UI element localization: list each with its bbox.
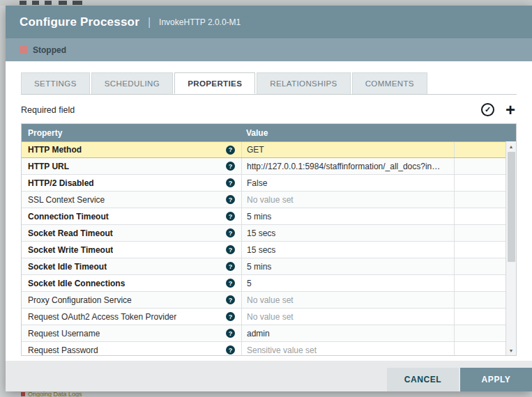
verify-properties-icon[interactable]: ✓ bbox=[481, 103, 494, 116]
scroll-down-icon[interactable]: ▼ bbox=[506, 345, 516, 355]
dialog-footer: CANCEL APPLY bbox=[6, 361, 532, 391]
help-icon[interactable]: ? bbox=[226, 195, 235, 204]
property-cell: Request Username ? bbox=[22, 325, 241, 341]
value-cell[interactable]: GET bbox=[241, 142, 454, 157]
property-cell: SSL Context Service ? bbox=[22, 192, 241, 208]
table-row[interactable]: Socket Read Timeout ? 15 secs bbox=[22, 225, 516, 242]
property-value: admin bbox=[247, 329, 270, 338]
help-icon[interactable]: ? bbox=[226, 345, 235, 355]
value-cell[interactable]: http://127.0.0.1:5984/staffinformation/_… bbox=[241, 158, 454, 174]
value-cell[interactable]: 5 mins bbox=[241, 258, 454, 274]
properties-table: Property Value HTTP Method ? GET HTTP UR… bbox=[21, 123, 517, 356]
value-cell[interactable]: 5 mins bbox=[241, 208, 454, 224]
property-value: 5 mins bbox=[247, 262, 271, 272]
table-row[interactable]: Socket Idle Timeout ? 5 mins bbox=[22, 258, 516, 275]
tab-properties[interactable]: PROPERTIES bbox=[174, 72, 255, 94]
property-name: Request Username bbox=[28, 329, 100, 338]
property-value: False bbox=[247, 178, 267, 188]
property-cell: Request Password ? bbox=[22, 342, 241, 355]
property-cell: Request OAuth2 Access Token Provider ? bbox=[22, 309, 241, 325]
add-property-icon[interactable]: + bbox=[506, 103, 515, 116]
property-name: Request OAuth2 Access Token Provider bbox=[28, 312, 176, 322]
cancel-button[interactable]: CANCEL bbox=[387, 368, 459, 391]
help-icon[interactable]: ? bbox=[226, 262, 235, 271]
tab-settings[interactable]: SETTINGS bbox=[21, 72, 90, 94]
property-cell: Socket Idle Timeout ? bbox=[22, 258, 241, 274]
property-value: No value set bbox=[247, 295, 294, 305]
value-cell[interactable]: admin bbox=[241, 325, 454, 341]
title-separator: | bbox=[148, 16, 151, 29]
scroll-up-icon[interactable]: ▲ bbox=[506, 141, 516, 151]
help-icon[interactable]: ? bbox=[226, 228, 235, 238]
property-value: No value set bbox=[247, 312, 294, 322]
help-icon[interactable]: ? bbox=[226, 295, 235, 304]
dialog-body: SETTINGSSCHEDULINGPROPERTIESRELATIONSHIP… bbox=[6, 61, 532, 361]
dialog-header: Configure Processor | InvokeHTTP 2.0.0-M… bbox=[6, 6, 532, 38]
help-icon[interactable]: ? bbox=[226, 212, 235, 221]
property-value: http://127.0.0.1:5984/staffinformation/_… bbox=[247, 162, 440, 171]
help-icon[interactable]: ? bbox=[226, 312, 235, 321]
property-name: HTTP/2 Disabled bbox=[28, 178, 94, 188]
value-cell[interactable]: No value set bbox=[241, 309, 454, 325]
table-row[interactable]: HTTP Method ? GET bbox=[22, 141, 516, 158]
tab-relationships[interactable]: RELATIONSHIPS bbox=[257, 72, 350, 94]
table-row[interactable]: Socket Idle Connections ? 5 bbox=[22, 275, 516, 292]
background-toolbar-icon bbox=[59, 1, 67, 5]
table-row[interactable]: Request Password ? Sensitive value set bbox=[22, 342, 516, 355]
property-cell: HTTP/2 Disabled ? bbox=[22, 175, 241, 191]
background-toolbar-icon bbox=[32, 1, 39, 5]
status-bar: Stopped bbox=[6, 38, 532, 61]
property-value: 5 mins bbox=[247, 212, 271, 221]
property-cell: HTTP Method ? bbox=[22, 142, 241, 157]
property-name: Proxy Configuration Service bbox=[28, 295, 132, 305]
property-name: Socket Idle Connections bbox=[28, 279, 125, 288]
property-column-header: Property bbox=[22, 128, 241, 138]
value-cell[interactable]: 15 secs bbox=[241, 242, 454, 258]
property-value: 5 bbox=[247, 279, 252, 288]
property-name: Socket Write Timeout bbox=[28, 245, 113, 255]
property-cell: Socket Read Timeout ? bbox=[22, 225, 241, 241]
background-canvas-label: Ongoing Data Logs bbox=[28, 391, 82, 397]
tab-comments[interactable]: COMMENTS bbox=[352, 72, 427, 94]
property-name: HTTP URL bbox=[28, 162, 69, 171]
background-toolbar-icon bbox=[73, 1, 82, 5]
help-icon[interactable]: ? bbox=[226, 279, 235, 288]
background-toolbar-strip bbox=[0, 0, 532, 6]
scrollbar-thumb[interactable] bbox=[508, 152, 515, 262]
value-cell[interactable]: Sensitive value set bbox=[241, 342, 454, 355]
table-row[interactable]: HTTP/2 Disabled ? False bbox=[22, 175, 516, 192]
table-row[interactable]: Request OAuth2 Access Token Provider ? N… bbox=[22, 309, 516, 325]
apply-button[interactable]: APPLY bbox=[460, 368, 532, 391]
value-cell[interactable]: False bbox=[241, 175, 454, 191]
property-name: Socket Idle Timeout bbox=[28, 262, 107, 272]
stopped-icon bbox=[20, 46, 27, 54]
table-row[interactable]: Proxy Configuration Service ? No value s… bbox=[22, 292, 516, 309]
table-row[interactable]: Connection Timeout ? 5 mins bbox=[22, 208, 516, 225]
help-icon[interactable]: ? bbox=[226, 329, 235, 338]
value-cell[interactable]: No value set bbox=[241, 192, 454, 208]
value-cell[interactable]: 5 bbox=[241, 275, 454, 291]
tabs: SETTINGSSCHEDULINGPROPERTIESRELATIONSHIP… bbox=[21, 72, 517, 95]
table-row[interactable]: Request Username ? admin bbox=[22, 325, 516, 342]
property-name: HTTP Method bbox=[28, 145, 82, 155]
scrollbar-track[interactable] bbox=[506, 262, 516, 345]
property-cell: Socket Write Timeout ? bbox=[22, 242, 241, 258]
configure-processor-dialog: Configure Processor | InvokeHTTP 2.0.0-M… bbox=[6, 6, 532, 391]
table-row[interactable]: SSL Context Service ? No value set bbox=[22, 192, 516, 208]
table-row[interactable]: Socket Write Timeout ? 15 secs bbox=[22, 242, 516, 258]
table-row[interactable]: HTTP URL ? http://127.0.0.1:5984/staffin… bbox=[22, 158, 516, 175]
property-name: SSL Context Service bbox=[28, 195, 105, 205]
table-scrollbar[interactable]: ▲ ▼ bbox=[506, 141, 516, 355]
value-cell[interactable]: 15 secs bbox=[241, 225, 454, 241]
help-icon[interactable]: ? bbox=[226, 146, 235, 155]
tab-scheduling[interactable]: SCHEDULING bbox=[91, 72, 173, 94]
help-icon[interactable]: ? bbox=[226, 245, 235, 254]
value-cell[interactable]: No value set bbox=[241, 292, 454, 308]
background-toolbar-icon bbox=[20, 1, 26, 5]
table-rows: HTTP Method ? GET HTTP URL ? http://127.… bbox=[22, 141, 516, 355]
property-value: GET bbox=[247, 145, 264, 155]
required-field-label: Required field bbox=[21, 105, 75, 115]
help-icon[interactable]: ? bbox=[226, 162, 235, 171]
property-cell: Socket Idle Connections ? bbox=[22, 275, 241, 291]
help-icon[interactable]: ? bbox=[226, 178, 235, 187]
